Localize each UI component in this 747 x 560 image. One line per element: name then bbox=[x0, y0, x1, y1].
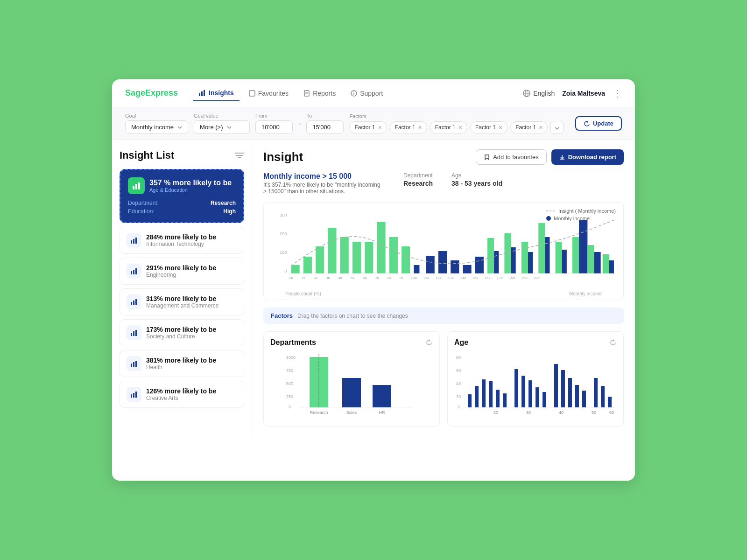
svg-text:12k: 12k bbox=[435, 276, 442, 280]
svg-rect-59 bbox=[494, 251, 499, 273]
more-options-button[interactable]: ⋮ bbox=[613, 88, 622, 99]
svg-text:Sales: Sales bbox=[346, 410, 357, 415]
chart-icon bbox=[130, 237, 138, 244]
refresh-icon bbox=[584, 120, 590, 127]
sidebar-title: Insight List bbox=[120, 149, 174, 161]
insight-list-item[interactable]: 291% more likely to be Engineering bbox=[120, 258, 244, 285]
goal-dropdown[interactable]: Monthly income bbox=[125, 120, 188, 134]
svg-rect-55 bbox=[451, 260, 459, 273]
svg-rect-3 bbox=[249, 91, 255, 96]
factor-chip-5[interactable]: Factor 1× bbox=[510, 121, 548, 133]
remove-factor-4[interactable]: × bbox=[499, 124, 502, 131]
svg-rect-122 bbox=[529, 380, 532, 407]
svg-text:20: 20 bbox=[456, 394, 461, 399]
svg-rect-18 bbox=[138, 182, 140, 189]
svg-rect-57 bbox=[475, 257, 484, 273]
factor-chip-3[interactable]: Factor 1× bbox=[430, 121, 467, 133]
refresh-age-icon[interactable] bbox=[609, 339, 617, 346]
insight-list-item[interactable]: 381% more likely to be Health bbox=[120, 350, 244, 377]
chevron-down-icon bbox=[555, 127, 559, 130]
main-content: Insight List bbox=[112, 140, 635, 436]
svg-rect-118 bbox=[496, 390, 500, 407]
svg-rect-28 bbox=[131, 333, 132, 336]
svg-rect-21 bbox=[135, 238, 137, 244]
main-chart-svg: 300 200 100 0 bbox=[271, 210, 616, 289]
to-input[interactable] bbox=[306, 120, 344, 134]
card-icon-small bbox=[127, 387, 141, 402]
svg-rect-126 bbox=[561, 370, 565, 407]
svg-rect-42 bbox=[291, 265, 299, 273]
svg-rect-19 bbox=[131, 240, 132, 244]
svg-text:200: 200 bbox=[280, 231, 287, 236]
svg-text:0: 0 bbox=[284, 269, 287, 273]
from-input[interactable] bbox=[255, 120, 293, 134]
sidebar-header: Insight List bbox=[120, 149, 244, 161]
factor-chip-2[interactable]: Factor 1× bbox=[390, 121, 427, 133]
add-to-favourites-button[interactable]: Add to favourites bbox=[476, 149, 547, 165]
update-button[interactable]: Update bbox=[575, 116, 622, 131]
goal-value-dropdown[interactable]: More (>) bbox=[194, 120, 250, 134]
svg-rect-1 bbox=[201, 91, 203, 96]
insight-list-item[interactable]: 284% more likely to be Information Techn… bbox=[120, 227, 244, 254]
svg-rect-58 bbox=[487, 238, 494, 273]
svg-rect-33 bbox=[135, 361, 137, 367]
svg-rect-69 bbox=[579, 220, 587, 273]
svg-text:300: 300 bbox=[280, 213, 287, 217]
svg-rect-49 bbox=[377, 222, 385, 273]
bookmark-icon bbox=[484, 154, 490, 161]
svg-rect-0 bbox=[199, 93, 200, 96]
bottom-charts: Departments 1000 750 500 250 0 bbox=[263, 331, 624, 427]
filter-settings-icon[interactable] bbox=[235, 152, 244, 159]
globe-icon bbox=[523, 90, 530, 97]
svg-text:13k: 13k bbox=[448, 276, 454, 280]
insight-legend-icon bbox=[546, 209, 556, 213]
nav-link-reports[interactable]: Reports bbox=[298, 85, 341, 101]
svg-rect-68 bbox=[572, 237, 579, 273]
svg-text:8k: 8k bbox=[387, 276, 392, 280]
factors-more-button[interactable] bbox=[550, 121, 564, 134]
insight-list-item[interactable]: 126% more likely to be Creative Arts bbox=[120, 381, 244, 408]
factors-chips: Factor 1× Factor 1× Factor 1× Factor 1× … bbox=[349, 121, 564, 134]
factor-chip-4[interactable]: Factor 1× bbox=[470, 121, 507, 133]
svg-text:5k: 5k bbox=[351, 276, 355, 280]
svg-rect-34 bbox=[131, 394, 132, 398]
remove-factor-5[interactable]: × bbox=[539, 124, 543, 131]
insight-list-item[interactable]: 173% more likely to be Society and Cultu… bbox=[120, 319, 244, 346]
language-selector[interactable]: English bbox=[523, 90, 555, 97]
refresh-dept-icon[interactable] bbox=[425, 339, 433, 346]
age-chart-svg: 80 60 40 20 0 bbox=[454, 352, 617, 418]
svg-text:1000: 1000 bbox=[286, 355, 296, 360]
insight-list-item[interactable]: 313% more likely to be Management and Co… bbox=[120, 288, 244, 315]
nav-link-insights[interactable]: Insights bbox=[193, 85, 240, 101]
svg-rect-25 bbox=[131, 302, 132, 305]
factors-bar: Factors Drag the factors on chart to see… bbox=[263, 308, 624, 324]
chart-icon bbox=[130, 298, 138, 306]
svg-rect-24 bbox=[135, 268, 137, 274]
svg-text:0k: 0k bbox=[289, 276, 294, 280]
svg-rect-47 bbox=[352, 242, 361, 273]
factor-chip-1[interactable]: Factor 1× bbox=[349, 121, 387, 133]
age-chart: Age 80 60 40 20 0 bbox=[447, 331, 624, 427]
remove-factor-2[interactable]: × bbox=[418, 124, 422, 131]
active-insight-card[interactable]: 357 % more likely to be Age & Education … bbox=[120, 169, 244, 223]
nav-link-support[interactable]: Support bbox=[345, 85, 388, 101]
svg-rect-22 bbox=[131, 271, 132, 274]
download-report-button[interactable]: Download report bbox=[551, 149, 624, 165]
svg-rect-63 bbox=[528, 252, 533, 273]
svg-text:7k: 7k bbox=[375, 276, 380, 280]
card-icon-small bbox=[127, 264, 141, 279]
svg-rect-114 bbox=[468, 394, 472, 407]
svg-rect-125 bbox=[554, 364, 558, 407]
navbar: SageExpress Insights Favourites bbox=[112, 79, 635, 107]
svg-rect-30 bbox=[135, 330, 137, 336]
nav-links: Insights Favourites Reports bbox=[193, 85, 508, 101]
svg-rect-65 bbox=[545, 237, 550, 273]
nav-link-favourites[interactable]: Favourites bbox=[243, 85, 294, 101]
remove-factor-3[interactable]: × bbox=[458, 124, 462, 131]
svg-rect-46 bbox=[340, 237, 349, 273]
svg-rect-66 bbox=[556, 242, 562, 273]
remove-factor-1[interactable]: × bbox=[378, 124, 381, 131]
chart-icon bbox=[130, 391, 138, 398]
svg-text:18k: 18k bbox=[509, 276, 515, 280]
card-icon-small bbox=[127, 233, 141, 248]
